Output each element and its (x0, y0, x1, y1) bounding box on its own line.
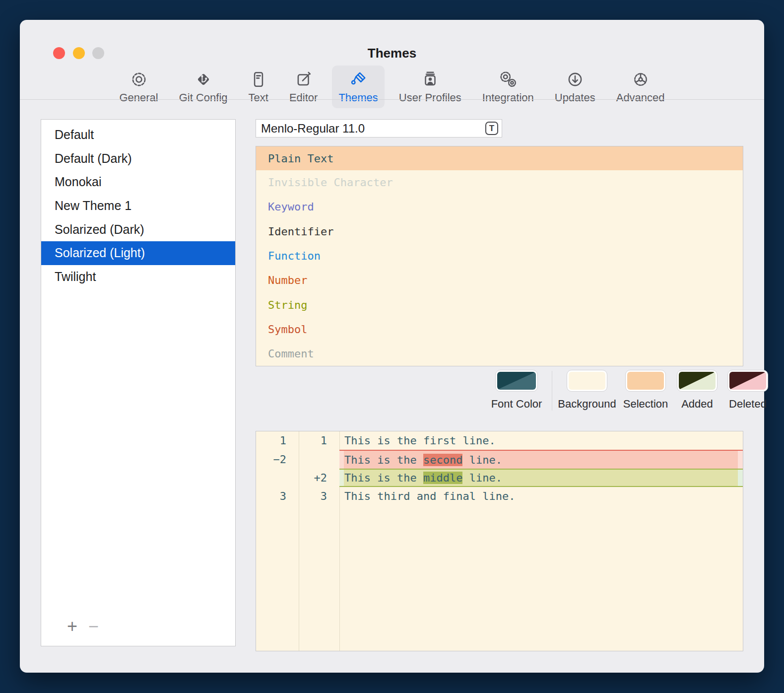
syntax-item-keyword[interactable]: Keyword (256, 195, 743, 219)
swatch-label: Added (681, 398, 713, 411)
download-circle-icon (566, 70, 585, 89)
tab-updates[interactable]: Updates (548, 66, 602, 108)
swatch-label: Background (558, 398, 616, 411)
diff-line-text: This is the first line. (339, 431, 743, 450)
preferences-window: Themes General Git Config Text Editor (20, 20, 764, 673)
syntax-item-number[interactable]: Number (256, 268, 743, 292)
add-theme-button[interactable]: + (67, 619, 77, 634)
new-line-number: 3 (299, 490, 339, 502)
added-word-highlight: middle (423, 472, 462, 484)
new-line-number: +2 (299, 472, 339, 484)
advanced-gear-icon (631, 70, 650, 89)
tab-label: Advanced (616, 91, 665, 104)
diff-line-text: This is the second line. (339, 450, 743, 468)
tab-themes[interactable]: Themes (332, 66, 384, 108)
tab-editor[interactable]: Editor (283, 66, 324, 108)
tab-label: Updates (555, 91, 595, 104)
deleted-swatch: Deleted (711, 370, 784, 411)
font-picker-button[interactable]: T (485, 122, 498, 135)
swatch-label: Font Color (491, 398, 542, 411)
background-well[interactable] (567, 370, 607, 392)
syntax-item-plain-text[interactable]: Plain Text (256, 146, 743, 170)
tab-label: Git Config (179, 91, 228, 104)
theme-item-default[interactable]: Default (41, 123, 235, 147)
tab-label: Text (249, 91, 268, 104)
theme-item-monokai[interactable]: Monokai (41, 170, 235, 194)
font-field-value: Menlo-Regular 11.0 (256, 122, 485, 136)
remove-theme-button[interactable]: − (88, 619, 99, 634)
tab-integration[interactable]: Integration (476, 66, 540, 108)
theme-item-solarized-dark[interactable]: Solarized (Dark) (41, 217, 235, 241)
syntax-preview: Plain Text Invisible Character Keyword I… (256, 146, 743, 366)
font-color-swatch: Font Color (479, 370, 554, 411)
new-line-number: 1 (299, 434, 339, 447)
theme-list: Default Default (Dark) Monokai New Theme… (41, 119, 236, 646)
tab-advanced[interactable]: Advanced (610, 66, 671, 108)
swatch-label: Deleted (729, 398, 767, 411)
deleted-well[interactable] (727, 370, 768, 392)
old-line-number: −2 (256, 453, 299, 466)
tab-label: General (119, 91, 158, 104)
tab-label: Editor (289, 91, 318, 104)
tab-user-profiles[interactable]: User Profiles (392, 66, 468, 108)
diff-line-text: This third and final line. (339, 487, 743, 505)
tab-label: User Profiles (399, 91, 461, 104)
diff-preview: 1 1 This is the first line. −2 This is t… (256, 431, 743, 651)
tab-general[interactable]: General (113, 66, 164, 108)
gear-icon (130, 70, 148, 89)
syntax-item-symbol[interactable]: Symbol (256, 317, 743, 342)
tab-git-config[interactable]: Git Config (173, 66, 234, 108)
font-field[interactable]: Menlo-Regular 11.0 T (256, 119, 502, 138)
diff-line-deleted: −2 This is the second line. (256, 450, 743, 468)
old-line-number: 3 (256, 490, 299, 502)
theme-item-default-dark[interactable]: Default (Dark) (41, 147, 235, 171)
tab-label: Integration (482, 91, 534, 104)
preferences-toolbar: General Git Config Text Editor Themes (20, 66, 764, 113)
theme-item-solarized-light[interactable]: Solarized (Light) (41, 241, 235, 265)
tab-label: Themes (338, 91, 378, 104)
theme-item-new-theme-1[interactable]: New Theme 1 (41, 194, 235, 218)
syntax-item-function[interactable]: Function (256, 244, 743, 268)
color-swatch-strip: Font Color Background Selection Added De… (256, 370, 743, 419)
git-diamond-icon (194, 70, 213, 89)
syntax-item-comment[interactable]: Comment (256, 342, 743, 366)
diff-line-context: 1 1 This is the first line. (256, 431, 743, 450)
tab-text[interactable]: Text (242, 66, 275, 108)
text-document-icon (249, 70, 268, 89)
window-title: Themes (20, 46, 764, 61)
editor-pencil-icon (294, 70, 313, 89)
theme-item-twilight[interactable]: Twilight (41, 265, 235, 289)
paint-brush-icon (349, 70, 368, 89)
syntax-item-identifier[interactable]: Identifier (256, 219, 743, 244)
diff-line-added: +2 This is the middle line. (256, 469, 743, 487)
diff-line-text: This is the middle line. (339, 469, 743, 487)
font-color-well[interactable] (495, 370, 538, 392)
syntax-item-string[interactable]: String (256, 292, 743, 317)
diff-line-context: 3 3 This third and final line. (256, 487, 743, 505)
old-line-number: 1 (256, 434, 299, 447)
deleted-word-highlight: second (423, 454, 462, 466)
user-card-icon (421, 70, 440, 89)
syntax-item-invisible-character[interactable]: Invisible Character (256, 170, 743, 195)
toolbar-divider (20, 99, 764, 100)
double-gear-icon (499, 70, 518, 89)
